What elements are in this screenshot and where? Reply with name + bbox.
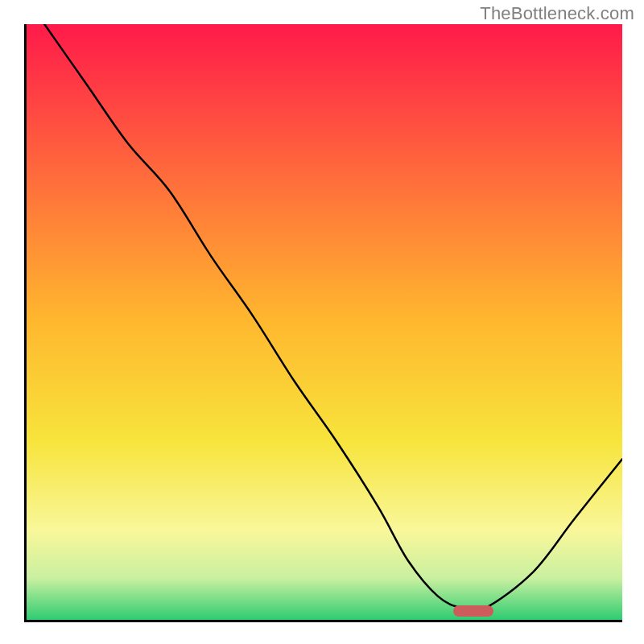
plot-area [24, 24, 622, 622]
optimal-marker [453, 605, 493, 617]
chart-canvas: TheBottleneck.com [0, 0, 644, 644]
watermark-label: TheBottleneck.com [480, 3, 634, 24]
bottleneck-curve [27, 24, 622, 620]
